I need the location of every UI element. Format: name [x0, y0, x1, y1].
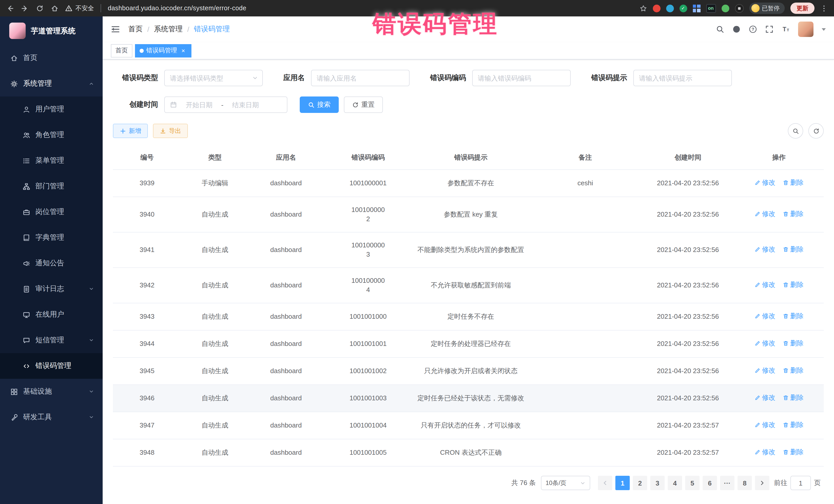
extension-icon-pin[interactable]: [735, 4, 743, 13]
sidebar-item-dict[interactable]: 字典管理: [0, 225, 103, 250]
sidebar-item-system[interactable]: 系统管理: [0, 71, 103, 96]
menu-list-icon: [23, 157, 30, 165]
delete-link[interactable]: 删除: [783, 245, 804, 254]
table-row: 3942自动生成dashboard1001000004不允许获取敏感配置到前端2…: [113, 268, 824, 303]
error-type-select[interactable]: [164, 70, 263, 86]
tab-error-code[interactable]: 错误码管理 ×: [135, 44, 192, 57]
security-indicator[interactable]: 不安全: [65, 4, 94, 13]
reload-icon[interactable]: [36, 4, 44, 12]
sidebar-item-online-users[interactable]: 在线用户: [0, 302, 103, 327]
date-range-picker[interactable]: -: [164, 96, 287, 113]
url-text[interactable]: dashboard.yudao.iocoder.cn/system/error-…: [108, 5, 633, 12]
sidebar-item-roles[interactable]: 角色管理: [0, 122, 103, 148]
edit-link[interactable]: 修改: [754, 210, 775, 219]
help-icon[interactable]: ?: [749, 25, 757, 34]
extension-icon-leaf[interactable]: [721, 4, 729, 12]
sidebar-item-menus[interactable]: 菜单管理: [0, 148, 103, 174]
page-button-1[interactable]: 1: [615, 476, 630, 490]
delete-link[interactable]: 删除: [783, 311, 804, 321]
error-code-field[interactable]: [472, 70, 571, 86]
delete-link[interactable]: 删除: [783, 447, 804, 457]
start-date-input[interactable]: [180, 101, 218, 109]
error-msg-field[interactable]: [633, 70, 732, 86]
edit-link[interactable]: 修改: [754, 366, 775, 375]
sidebar-toggle-icon[interactable]: [111, 25, 120, 34]
logo[interactable]: 芋道管理系统: [0, 17, 103, 45]
forward-icon[interactable]: [21, 4, 29, 12]
extension-icon-on-badge[interactable]: on: [706, 4, 716, 13]
end-date-input[interactable]: [226, 101, 265, 109]
breadcrumb-system[interactable]: 系统管理: [154, 25, 183, 34]
page-button-2[interactable]: 2: [633, 476, 647, 490]
delete-link[interactable]: 删除: [783, 280, 804, 289]
extension-icon-green-check[interactable]: [679, 4, 687, 12]
sidebar-item-dev-tools[interactable]: 研发工具: [0, 404, 103, 430]
delete-link[interactable]: 删除: [783, 339, 804, 348]
delete-link[interactable]: 删除: [783, 210, 804, 219]
prev-page-button[interactable]: [598, 476, 612, 490]
search-icon[interactable]: [716, 25, 724, 34]
page-button-8[interactable]: 8: [738, 476, 752, 490]
sidebar-item-audit-log[interactable]: 审计日志: [0, 276, 103, 302]
sidebar-item-home[interactable]: 首页: [0, 45, 103, 71]
page-size-select[interactable]: 10条/页: [541, 476, 590, 490]
chevron-down-icon[interactable]: [822, 28, 826, 30]
sidebar-item-sms[interactable]: 短信管理: [0, 327, 103, 353]
edit-link[interactable]: 修改: [754, 393, 775, 402]
app-name-field[interactable]: [311, 70, 410, 86]
app-name-input[interactable]: [317, 74, 404, 82]
font-size-icon[interactable]: TT: [782, 25, 790, 34]
update-button[interactable]: 更新: [790, 3, 814, 14]
profile-chip[interactable]: 已暂停: [749, 3, 785, 14]
tab-home[interactable]: 首页: [111, 44, 132, 57]
delete-icon: [783, 449, 789, 455]
kebab-menu-icon[interactable]: [820, 4, 828, 12]
user-avatar[interactable]: [798, 22, 813, 37]
error-type-input[interactable]: [170, 74, 249, 82]
bookmark-star-icon[interactable]: [639, 4, 647, 12]
sidebar-item-posts[interactable]: 岗位管理: [0, 199, 103, 225]
sidebar-item-error-code[interactable]: 错误码管理: [0, 353, 103, 379]
delete-link[interactable]: 删除: [783, 178, 804, 187]
delete-link[interactable]: 删除: [783, 420, 804, 430]
edit-link[interactable]: 修改: [754, 280, 775, 289]
refresh-button[interactable]: [808, 123, 824, 138]
breadcrumb-home[interactable]: 首页: [128, 25, 143, 34]
edit-link[interactable]: 修改: [754, 447, 775, 457]
add-button[interactable]: 新增: [113, 124, 148, 138]
delete-link[interactable]: 删除: [783, 366, 804, 375]
edit-link[interactable]: 修改: [754, 245, 775, 254]
edit-link[interactable]: 修改: [754, 311, 775, 321]
search-button[interactable]: 搜索: [300, 96, 339, 113]
edit-link[interactable]: 修改: [754, 178, 775, 187]
page-button-6[interactable]: 6: [703, 476, 717, 490]
export-button[interactable]: 导出: [153, 124, 188, 138]
extension-icon-red[interactable]: [653, 4, 660, 12]
show-search-button[interactable]: [788, 123, 803, 138]
page-button-5[interactable]: 5: [685, 476, 700, 490]
next-page-button[interactable]: [755, 476, 769, 490]
close-tab-icon[interactable]: ×: [180, 47, 187, 54]
page-button-3[interactable]: 3: [650, 476, 665, 490]
sidebar-item-depts[interactable]: 部门管理: [0, 174, 103, 199]
back-icon[interactable]: [6, 4, 14, 12]
fullscreen-icon[interactable]: [765, 25, 773, 34]
reset-button[interactable]: 重置: [344, 96, 383, 113]
sidebar-item-notice[interactable]: 通知公告: [0, 250, 103, 276]
error-msg-input[interactable]: [639, 74, 726, 82]
github-icon[interactable]: [732, 25, 741, 34]
sidebar-item-users[interactable]: 用户管理: [0, 96, 103, 122]
error-code-input[interactable]: [478, 74, 565, 82]
sidebar-item-infrastructure[interactable]: 基础设施: [0, 379, 103, 404]
more-pages-button[interactable]: ···: [720, 476, 734, 490]
cell-time: 2021-04-20 23:52:56: [642, 170, 734, 197]
home-icon[interactable]: [51, 4, 59, 12]
goto-page-input[interactable]: [790, 476, 811, 490]
edit-link[interactable]: 修改: [754, 339, 775, 348]
extension-icon-grid[interactable]: [693, 4, 700, 12]
delete-link[interactable]: 删除: [783, 393, 804, 402]
sidebar-item-label: 用户管理: [36, 105, 94, 114]
page-button-4[interactable]: 4: [668, 476, 682, 490]
edit-link[interactable]: 修改: [754, 420, 775, 430]
extension-icon-teal[interactable]: [666, 4, 674, 12]
